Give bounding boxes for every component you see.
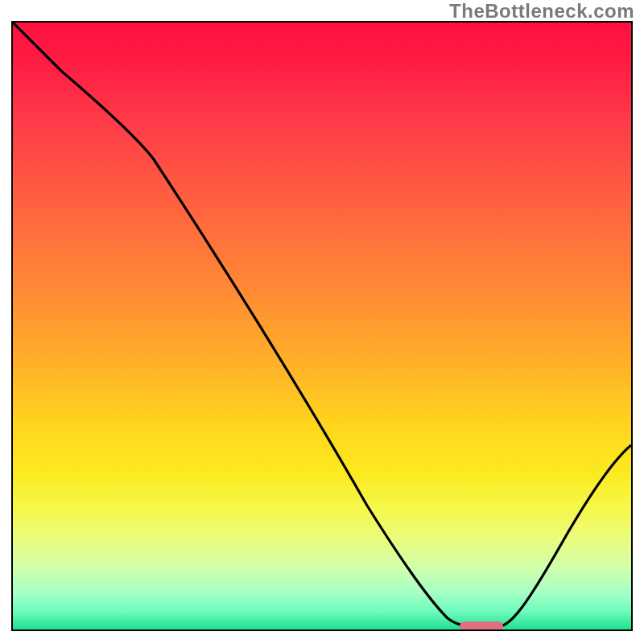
bottleneck-curve bbox=[13, 23, 631, 626]
plot-area bbox=[11, 21, 633, 631]
watermark-text: TheBottleneck.com bbox=[449, 0, 634, 23]
curve-layer bbox=[13, 23, 631, 630]
optimum-marker bbox=[460, 621, 503, 630]
chart-container: TheBottleneck.com bbox=[0, 0, 644, 644]
